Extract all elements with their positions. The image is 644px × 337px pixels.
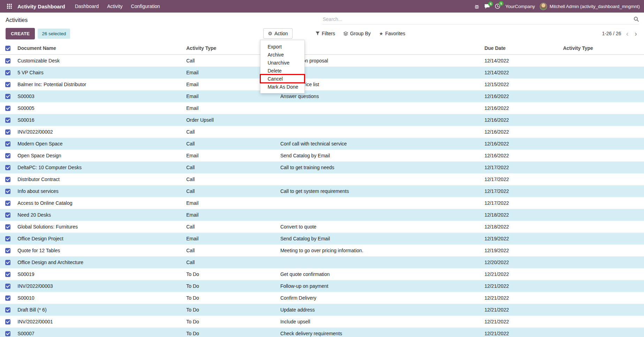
company-switcher[interactable]: YourCompany bbox=[505, 4, 535, 9]
table-row[interactable]: Draft Bill (* 6) To Do Update address 12… bbox=[0, 304, 644, 316]
cell-activity-type-2 bbox=[561, 150, 644, 162]
row-checkbox[interactable] bbox=[5, 295, 10, 301]
table-row[interactable]: Quote for 12 Tables Call Meeting to go o… bbox=[0, 245, 644, 256]
table-row[interactable]: S00007 To Do Check delivery requirements… bbox=[0, 328, 644, 337]
row-checkbox[interactable] bbox=[5, 212, 10, 218]
cell-document-name: S00010 bbox=[15, 292, 184, 304]
cell-summary: Send Catalog by Email bbox=[278, 150, 483, 162]
row-checkbox[interactable] bbox=[5, 331, 10, 336]
nav-menu-item[interactable]: Activity bbox=[103, 0, 127, 13]
cell-activity-type: Call bbox=[184, 221, 278, 233]
cell-activity-type: Email bbox=[184, 150, 278, 162]
row-checkbox[interactable] bbox=[5, 118, 10, 123]
row-checkbox[interactable] bbox=[5, 153, 10, 158]
table-row[interactable]: S00005 Email 12/16/2022 bbox=[0, 102, 644, 114]
cell-document-name: S00016 bbox=[15, 114, 184, 126]
column-header-due-date[interactable]: Due Date bbox=[482, 42, 561, 55]
table-row[interactable]: Distributor Contract Call 12/17/2022 bbox=[0, 173, 644, 185]
apps-grid-icon[interactable] bbox=[4, 0, 15, 13]
debug-bug-icon[interactable] bbox=[474, 4, 479, 9]
action-menu-item[interactable]: Archive bbox=[260, 51, 304, 59]
row-checkbox[interactable] bbox=[5, 141, 10, 147]
row-checkbox[interactable] bbox=[5, 106, 10, 111]
row-checkbox[interactable] bbox=[5, 248, 10, 253]
pager-previous-button[interactable]: ‹ bbox=[625, 30, 630, 37]
row-checkbox[interactable] bbox=[5, 177, 10, 182]
filters-button[interactable]: Filters bbox=[312, 29, 339, 38]
table-row[interactable]: Office Design and Architecture Call 12/2… bbox=[0, 256, 644, 268]
row-checkbox[interactable] bbox=[5, 201, 10, 206]
table-row[interactable]: Access to Online Catalog Email 12/17/202… bbox=[0, 197, 644, 209]
cell-summary: Confirm Delivery bbox=[278, 292, 483, 304]
row-checkbox[interactable] bbox=[5, 272, 10, 277]
action-menu-item[interactable]: Cancel bbox=[260, 75, 304, 83]
cell-due-date: 12/18/2022 bbox=[482, 209, 561, 221]
create-button[interactable]: CREATE bbox=[6, 28, 35, 39]
table-row[interactable]: INV/2022/00003 To Do Follow-up on paymen… bbox=[0, 280, 644, 292]
select-all-checkbox[interactable] bbox=[5, 46, 10, 51]
pager-next-button[interactable]: › bbox=[633, 30, 638, 37]
row-checkbox[interactable] bbox=[5, 284, 10, 289]
row-checkbox[interactable] bbox=[5, 307, 10, 313]
nav-menu-item[interactable]: Dashboard bbox=[71, 0, 103, 13]
cell-document-name: INV/2022/00001 bbox=[15, 316, 184, 328]
user-menu[interactable]: Mitchell Admin (activity_dashboard_mngmn… bbox=[540, 3, 640, 10]
cell-document-name: INV/2022/00002 bbox=[15, 126, 184, 138]
table-row[interactable]: S00003 Email Answer questions 12/16/2022 bbox=[0, 90, 644, 102]
table-row[interactable]: INV/2022/00001 To Do Include upsell 12/2… bbox=[0, 316, 644, 328]
cell-due-date: 12/20/2022 bbox=[482, 256, 561, 268]
row-checkbox[interactable] bbox=[5, 224, 10, 230]
cell-activity-type-2 bbox=[561, 328, 644, 337]
cell-activity-type-2 bbox=[561, 138, 644, 150]
group-by-button[interactable]: Group By bbox=[340, 29, 374, 38]
row-checkbox[interactable] bbox=[5, 129, 10, 135]
action-menu-item[interactable]: Mark As Done bbox=[260, 83, 304, 91]
cell-due-date: 12/18/2022 bbox=[482, 221, 561, 233]
action-menu-item[interactable]: Unarchive bbox=[260, 59, 304, 67]
row-checkbox[interactable] bbox=[5, 70, 10, 75]
cell-activity-type-2 bbox=[561, 90, 644, 102]
table-row[interactable]: Modern Open Space Call Conf call with te… bbox=[0, 138, 644, 150]
app-title[interactable]: Activity Dashboard bbox=[17, 3, 69, 9]
table-row[interactable]: Need 20 Desks Email 12/18/2022 bbox=[0, 209, 644, 221]
table-row[interactable]: DeltaPC: 10 Computer Desks Call Call to … bbox=[0, 162, 644, 173]
table-row[interactable]: S00016 Order Upsell 12/16/2022 bbox=[0, 114, 644, 126]
table-row[interactable]: Customizable Desk Call Follow up on prop… bbox=[0, 55, 644, 67]
table-row[interactable]: INV/2022/00002 Call 12/16/2022 bbox=[0, 126, 644, 138]
top-navbar: Activity Dashboard DashboardActivityConf… bbox=[0, 0, 644, 13]
row-checkbox[interactable] bbox=[5, 165, 10, 170]
search-input[interactable] bbox=[322, 16, 634, 22]
messages-icon[interactable]: 5 bbox=[484, 4, 490, 9]
table-row[interactable]: S00019 To Do Get quote confirmation 12/2… bbox=[0, 268, 644, 280]
table-row[interactable]: Open Space Design Email Send Catalog by … bbox=[0, 150, 644, 162]
row-checkbox[interactable] bbox=[5, 82, 10, 87]
cell-due-date: 12/21/2022 bbox=[482, 280, 561, 292]
table-row[interactable]: Balmer Inc: Potential Distributor Email … bbox=[0, 78, 644, 90]
cell-due-date: 12/21/2022 bbox=[482, 316, 561, 328]
nav-menu-item[interactable]: Configuration bbox=[127, 0, 164, 13]
row-checkbox[interactable] bbox=[5, 189, 10, 194]
table-row[interactable]: Global Solutions: Furnitures Call Conver… bbox=[0, 221, 644, 233]
search-icon[interactable] bbox=[634, 16, 639, 22]
row-checkbox[interactable] bbox=[5, 260, 10, 265]
row-checkbox[interactable] bbox=[5, 236, 10, 241]
column-header-document-name[interactable]: Document Name bbox=[15, 42, 184, 55]
table-row[interactable]: Office Design Project Email Send Catalog… bbox=[0, 233, 644, 245]
cell-activity-type-2 bbox=[561, 126, 644, 138]
action-menu-item[interactable]: Export bbox=[260, 43, 304, 51]
cell-due-date: 12/16/2022 bbox=[482, 90, 561, 102]
table-row[interactable]: S00010 To Do Confirm Delivery 12/21/2022 bbox=[0, 292, 644, 304]
row-checkbox[interactable] bbox=[5, 319, 10, 324]
activities-clock-icon[interactable]: 5 bbox=[495, 3, 500, 9]
action-menu-item[interactable]: Delete bbox=[260, 67, 304, 75]
table-row[interactable]: 5 VP Chairs Email 12/14/2022 bbox=[0, 67, 644, 78]
column-header-activity-type-2[interactable]: Activity Type bbox=[561, 42, 644, 55]
action-dropdown-button[interactable]: ⚙ Action bbox=[263, 28, 292, 39]
favorites-button[interactable]: ★ Favorites bbox=[376, 29, 409, 38]
row-checkbox[interactable] bbox=[5, 58, 10, 63]
column-header-summary[interactable]: Summary bbox=[278, 42, 483, 55]
pager: 1-26 / 26 ‹ › bbox=[602, 30, 638, 37]
table-row[interactable]: Info about services Call Call to get sys… bbox=[0, 185, 644, 197]
cell-summary bbox=[278, 197, 483, 209]
row-checkbox[interactable] bbox=[5, 94, 10, 99]
